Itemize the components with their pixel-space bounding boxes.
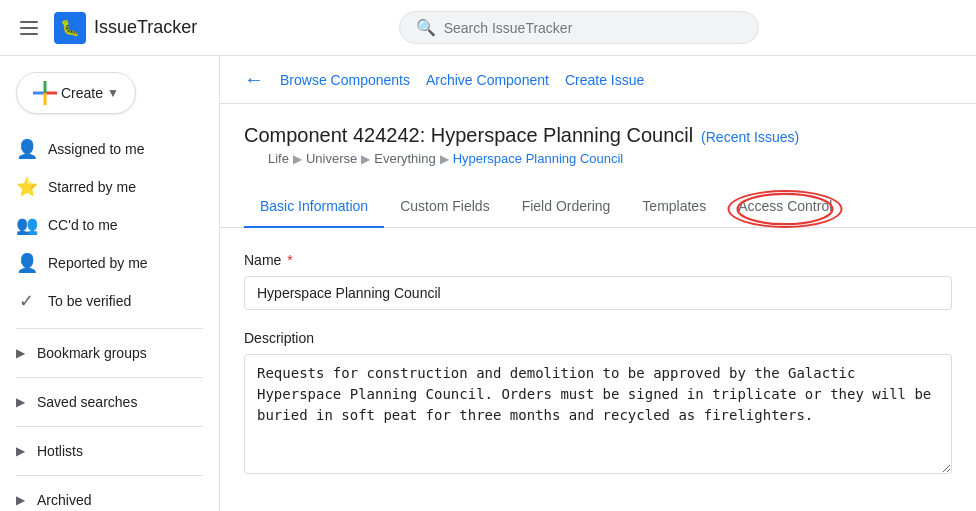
chevron-right-icon: ▶ <box>16 346 25 360</box>
sidebar: Create ▼ 👤 Assigned to me ⭐ Starred by m… <box>0 56 220 511</box>
app-name: IssueTracker <box>94 17 197 38</box>
tab-field-ordering[interactable]: Field Ordering <box>506 186 627 228</box>
search-icon: 🔍 <box>416 18 436 37</box>
archive-component-link[interactable]: Archive Component <box>426 72 549 88</box>
main-layout: Create ▼ 👤 Assigned to me ⭐ Starred by m… <box>0 56 976 511</box>
create-btn-area: Create ▼ <box>0 64 219 130</box>
sidebar-item-starred-by-me[interactable]: ⭐ Starred by me <box>0 168 211 206</box>
sidebar-label-hotlists: Hotlists <box>37 443 83 459</box>
sidebar-item-to-be-verified[interactable]: ✓ To be verified <box>0 282 211 320</box>
person-group-icon: 👤 <box>16 252 36 274</box>
tabs-bar: Basic Information Custom Fields Field Or… <box>220 186 976 228</box>
name-input[interactable] <box>244 276 952 310</box>
create-label: Create <box>61 85 103 101</box>
sidebar-item-hotlists[interactable]: ▶ Hotlists <box>0 435 219 467</box>
form-area: Name * Description Requests for construc… <box>220 228 976 501</box>
chevron-right-icon-3: ▶ <box>16 444 25 458</box>
breadcrumb-universe: Universe <box>306 151 357 166</box>
breadcrumb-sep-2: ▶ <box>361 152 370 166</box>
sidebar-label-saved: Saved searches <box>37 394 137 410</box>
search-input[interactable] <box>444 20 742 36</box>
topbar: 🐛 IssueTracker 🔍 <box>0 0 976 56</box>
sidebar-item-bookmark-groups[interactable]: ▶ Bookmark groups <box>0 337 219 369</box>
breadcrumb-life: Life <box>268 151 289 166</box>
sidebar-item-archived[interactable]: ▶ Archived <box>0 484 219 511</box>
sidebar-divider-3 <box>16 426 203 427</box>
create-dropdown-icon: ▼ <box>107 86 119 100</box>
menu-button[interactable] <box>16 17 42 39</box>
description-textarea[interactable]: Requests for construction and demolition… <box>244 354 952 474</box>
tab-access-control[interactable]: Access Control <box>722 186 848 228</box>
search-area: 🔍 <box>197 11 960 44</box>
app-logo: 🐛 IssueTracker <box>54 12 197 44</box>
breadcrumb-hpc[interactable]: Hyperspace Planning Council <box>453 151 624 166</box>
create-plus-icon <box>33 81 57 105</box>
description-label: Description <box>244 330 952 346</box>
breadcrumb-sep-1: ▶ <box>293 152 302 166</box>
sidebar-divider-2 <box>16 377 203 378</box>
content-nav: ← Browse Components Archive Component Cr… <box>220 56 976 104</box>
sidebar-label-archived: Archived <box>37 492 91 508</box>
sidebar-label-ccd: CC'd to me <box>48 217 118 233</box>
sidebar-label-starred: Starred by me <box>48 179 136 195</box>
logo-icon: 🐛 <box>54 12 86 44</box>
topbar-left: 🐛 IssueTracker <box>16 12 197 44</box>
chevron-right-icon-4: ▶ <box>16 493 25 507</box>
person-add-icon: 👥 <box>16 214 36 236</box>
breadcrumb-sep-3: ▶ <box>440 152 449 166</box>
tab-custom-fields[interactable]: Custom Fields <box>384 186 505 228</box>
sidebar-label-bookmark: Bookmark groups <box>37 345 147 361</box>
browse-components-link[interactable]: Browse Components <box>280 72 410 88</box>
sidebar-divider-1 <box>16 328 203 329</box>
check-icon: ✓ <box>16 290 36 312</box>
component-title-line: Component 424242: Hyperspace Planning Co… <box>244 124 952 147</box>
sidebar-label-reported: Reported by me <box>48 255 148 271</box>
required-marker: * <box>283 252 292 268</box>
create-issue-link[interactable]: Create Issue <box>565 72 644 88</box>
person-icon: 👤 <box>16 138 36 160</box>
tab-basic-information[interactable]: Basic Information <box>244 186 384 228</box>
sidebar-divider-4 <box>16 475 203 476</box>
sidebar-item-saved-searches[interactable]: ▶ Saved searches <box>0 386 219 418</box>
recent-issues-link[interactable]: (Recent Issues) <box>701 129 799 145</box>
component-header: Component 424242: Hyperspace Planning Co… <box>220 104 976 186</box>
breadcrumb-everything: Everything <box>374 151 435 166</box>
sidebar-item-reported-by-me[interactable]: 👤 Reported by me <box>0 244 211 282</box>
sidebar-label-verify: To be verified <box>48 293 131 309</box>
star-icon: ⭐ <box>16 176 36 198</box>
back-button[interactable]: ← <box>244 68 264 91</box>
create-button[interactable]: Create ▼ <box>16 72 136 114</box>
chevron-right-icon-2: ▶ <box>16 395 25 409</box>
sidebar-label-assigned: Assigned to me <box>48 141 145 157</box>
content-area: ← Browse Components Archive Component Cr… <box>220 56 976 511</box>
component-title: Component 424242: Hyperspace Planning Co… <box>244 124 693 146</box>
breadcrumb: Life ▶ Universe ▶ Everything ▶ Hyperspac… <box>244 147 952 178</box>
name-label: Name * <box>244 252 952 268</box>
tab-templates[interactable]: Templates <box>626 186 722 228</box>
sidebar-item-assigned-to-me[interactable]: 👤 Assigned to me <box>0 130 211 168</box>
search-box[interactable]: 🔍 <box>399 11 759 44</box>
sidebar-item-ccd-to-me[interactable]: 👥 CC'd to me <box>0 206 211 244</box>
